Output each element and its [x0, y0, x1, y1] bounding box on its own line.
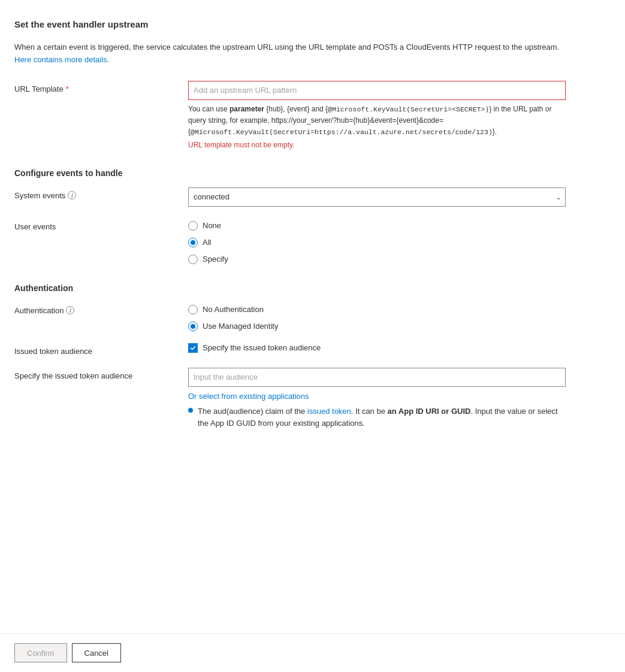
authentication-row: Authentication i No Authentication Use M… — [14, 302, 573, 331]
user-events-row: User events None All Specify — [14, 219, 573, 264]
url-template-input[interactable] — [188, 81, 566, 100]
auth-managed-option[interactable]: Use Managed Identity — [188, 322, 566, 331]
url-template-hint: You can use parameter {hub}, {event} and… — [188, 104, 566, 138]
issued-token-checkbox[interactable] — [188, 343, 198, 353]
select-existing-apps-link[interactable]: Or select from existing applications — [188, 392, 309, 401]
user-events-all[interactable]: All — [188, 238, 566, 247]
system-events-select-wrapper: connected disconnected connect ⌄ — [188, 187, 566, 207]
user-events-none[interactable]: None — [188, 221, 566, 231]
issued-token-checkbox-label: Specify the issued token audience — [203, 343, 321, 352]
auth-managed-radio — [188, 322, 198, 331]
authentication-label: Authentication i — [14, 302, 188, 315]
auth-none-label: No Authentication — [203, 305, 264, 314]
issued-token-control: Specify the issued token audience — [188, 343, 566, 353]
issued-token-checkbox-row: Specify the issued token audience — [188, 343, 566, 353]
system-events-select[interactable]: connected disconnected connect — [188, 187, 566, 207]
user-events-specify-radio — [188, 255, 198, 264]
authentication-section: Authentication Authentication i No Authe… — [14, 283, 573, 431]
audience-info-note-text: The aud(audience) claim of the issued to… — [198, 405, 566, 431]
details-link[interactable]: Here contains more details. — [14, 55, 109, 64]
issued-token-link[interactable]: issued token — [307, 407, 351, 416]
system-events-row: System events i connected disconnected c… — [14, 187, 573, 207]
url-template-control: You can use parameter {hub}, {event} and… — [188, 81, 566, 149]
specify-audience-input[interactable] — [188, 368, 566, 387]
url-template-label: URL Template * — [14, 81, 188, 93]
user-events-specify-label: Specify — [203, 255, 228, 264]
page-title: Set the event handler upstream — [14, 19, 573, 29]
user-events-none-label: None — [203, 221, 221, 230]
user-events-label: User events — [14, 219, 188, 231]
user-events-specify[interactable]: Specify — [188, 255, 566, 264]
issued-token-label: Issued token audience — [14, 343, 188, 356]
auth-managed-label: Use Managed Identity — [203, 322, 278, 331]
authentication-info-icon[interactable]: i — [66, 306, 74, 314]
user-events-radio-group: None All Specify — [188, 219, 566, 264]
configure-events-title: Configure events to handle — [14, 168, 573, 178]
confirm-button[interactable]: Confirm — [14, 643, 67, 662]
url-template-error: URL template must not be empty. — [188, 141, 566, 149]
user-events-none-radio — [188, 221, 198, 231]
auth-none-option[interactable]: No Authentication — [188, 305, 566, 314]
user-events-all-label: All — [203, 238, 211, 247]
url-template-section: URL Template * You can use parameter {hu… — [14, 81, 573, 149]
authentication-radio-group: No Authentication Use Managed Identity — [188, 302, 566, 331]
info-dot-icon — [188, 408, 193, 413]
url-template-row: URL Template * You can use parameter {hu… — [14, 81, 573, 149]
required-indicator: * — [66, 84, 69, 93]
user-events-all-radio — [188, 238, 198, 247]
cancel-button[interactable]: Cancel — [72, 643, 121, 662]
audience-info-note: The aud(audience) claim of the issued to… — [188, 405, 566, 431]
footer-bar: Confirm Cancel — [0, 633, 625, 672]
specify-audience-control: Or select from existing applications The… — [188, 368, 566, 431]
system-events-control: connected disconnected connect ⌄ — [188, 187, 566, 207]
page-description: When a certain event is triggered, the s… — [14, 41, 573, 66]
authentication-control: No Authentication Use Managed Identity — [188, 302, 566, 331]
configure-events-section: Configure events to handle System events… — [14, 168, 573, 264]
authentication-title: Authentication — [14, 283, 573, 293]
issued-token-row: Issued token audience Specify the issued… — [14, 343, 573, 356]
user-events-control: None All Specify — [188, 219, 566, 264]
system-events-info-icon[interactable]: i — [68, 191, 76, 199]
specify-audience-row: Specify the issued token audience Or sel… — [14, 368, 573, 431]
auth-none-radio — [188, 305, 198, 314]
specify-audience-label: Specify the issued token audience — [14, 368, 188, 380]
system-events-label: System events i — [14, 187, 188, 200]
